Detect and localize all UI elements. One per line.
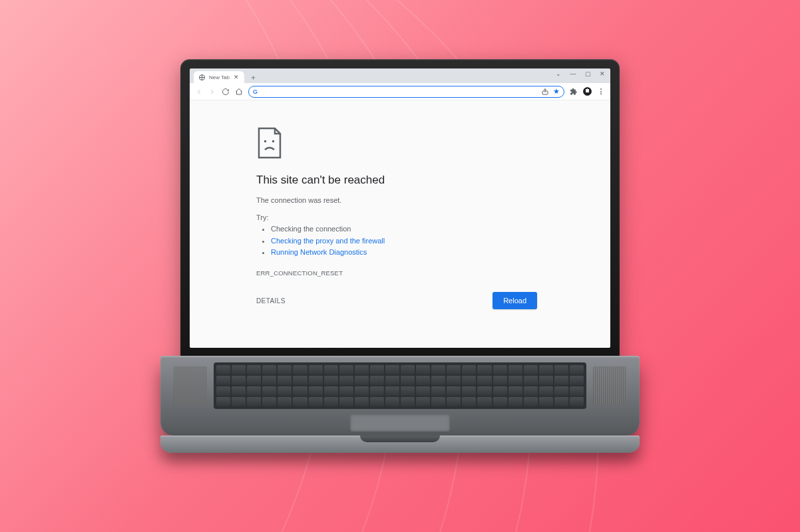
error-page: This site can't be reached The connectio…: [190, 100, 610, 348]
extensions-icon[interactable]: [570, 88, 578, 96]
close-window-icon[interactable]: ✕: [598, 70, 606, 77]
window-controls: ⌄ — ▢ ✕: [554, 70, 606, 77]
laptop-lid: New Tab ✕ ＋ ⌄ — ▢ ✕: [180, 59, 620, 360]
back-icon[interactable]: [195, 88, 203, 96]
suggestion-run-diagnostics-link[interactable]: Running Network Diagnostics: [271, 248, 367, 256]
browser-toolbar: G ★: [190, 83, 610, 100]
reload-button[interactable]: Reload: [493, 292, 537, 309]
suggestion-check-connection: Checking the connection: [271, 223, 610, 235]
window-dropdown-icon[interactable]: ⌄: [554, 70, 562, 77]
laptop-base: [160, 436, 640, 453]
error-subtitle: The connection was reset.: [256, 196, 610, 204]
new-tab-button[interactable]: ＋: [248, 72, 259, 82]
close-tab-icon[interactable]: ✕: [234, 74, 239, 80]
forward-icon[interactable]: [208, 88, 216, 96]
globe-icon: [199, 74, 205, 80]
error-code: ERR_CONNECTION_RESET: [256, 269, 610, 277]
google-icon: G: [253, 88, 258, 95]
browser-tab[interactable]: New Tab ✕: [194, 71, 244, 83]
tab-strip: New Tab ✕ ＋ ⌄ — ▢ ✕: [190, 68, 610, 83]
laptop-illustration: New Tab ✕ ＋ ⌄ — ▢ ✕: [160, 59, 640, 453]
error-title: This site can't be reached: [256, 174, 610, 187]
share-icon[interactable]: [541, 88, 549, 96]
try-label: Try:: [256, 213, 610, 221]
minimize-icon[interactable]: —: [569, 70, 577, 77]
reload-icon[interactable]: [222, 88, 230, 96]
laptop-keyboard: [214, 362, 586, 409]
browser-window: New Tab ✕ ＋ ⌄ — ▢ ✕: [190, 68, 610, 348]
home-icon[interactable]: [235, 88, 243, 96]
tab-title: New Tab: [209, 74, 230, 80]
laptop-trackpad: [350, 414, 450, 432]
address-bar[interactable]: G ★: [248, 86, 564, 98]
svg-rect-2: [272, 140, 274, 142]
bookmark-star-icon[interactable]: ★: [553, 87, 560, 96]
svg-rect-1: [264, 140, 266, 142]
error-actions: DETAILS Reload: [256, 292, 537, 309]
details-button[interactable]: DETAILS: [256, 297, 286, 305]
kebab-menu-icon[interactable]: [597, 88, 605, 96]
maximize-icon[interactable]: ▢: [584, 70, 592, 77]
suggestion-check-proxy-link[interactable]: Checking the proxy and the firewall: [271, 237, 385, 245]
suggestion-list: Checking the connection Checking the pro…: [256, 223, 610, 259]
laptop-deck: [160, 356, 640, 436]
sad-file-icon: [256, 127, 283, 159]
url-input[interactable]: [262, 88, 537, 95]
profile-avatar-icon[interactable]: [583, 87, 592, 96]
